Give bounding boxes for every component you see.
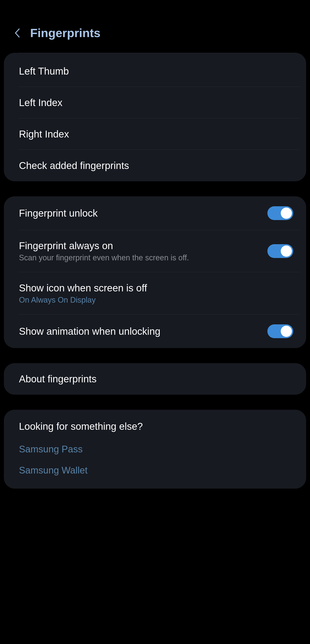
about-fingerprints-item[interactable]: About fingerprints <box>4 363 306 395</box>
fingerprint-item-left-thumb[interactable]: Left Thumb <box>4 53 306 87</box>
settings-card: Fingerprint unlock Fingerprint always on… <box>4 196 306 348</box>
fingerprint-label: Left Thumb <box>19 65 293 77</box>
about-card: About fingerprints <box>4 363 306 395</box>
looking-header: Looking for something else? <box>4 410 306 438</box>
fingerprint-unlock-toggle[interactable] <box>267 206 293 220</box>
about-label: About fingerprints <box>19 373 293 385</box>
check-fingerprints-item[interactable]: Check added fingerprints <box>4 150 306 181</box>
fingerprint-always-on-item[interactable]: Fingerprint always on Scan your fingerpr… <box>4 230 306 272</box>
check-fingerprints-label: Check added fingerprints <box>19 160 293 171</box>
setting-label: Show animation when unlocking <box>19 326 267 337</box>
fingerprint-always-on-toggle[interactable] <box>267 244 293 258</box>
samsung-wallet-link[interactable]: Samsung Wallet <box>4 460 306 488</box>
header: Fingerprints <box>0 0 310 53</box>
show-icon-item[interactable]: Show icon when screen is off On Always O… <box>4 272 306 314</box>
setting-label: Fingerprint unlock <box>19 207 267 219</box>
setting-label: Fingerprint always on <box>19 240 267 252</box>
looking-card: Looking for something else? Samsung Pass… <box>4 410 306 488</box>
fingerprints-card: Left Thumb Left Index Right Index Check … <box>4 53 306 181</box>
show-animation-item[interactable]: Show animation when unlocking <box>4 314 306 348</box>
show-animation-toggle[interactable] <box>267 324 293 338</box>
back-icon[interactable] <box>13 26 21 40</box>
fingerprint-label: Right Index <box>19 128 293 140</box>
page-title: Fingerprints <box>30 26 100 40</box>
fingerprint-unlock-item[interactable]: Fingerprint unlock <box>4 196 306 230</box>
samsung-pass-link[interactable]: Samsung Pass <box>4 438 306 460</box>
fingerprint-item-right-index[interactable]: Right Index <box>4 118 306 150</box>
setting-label: Show icon when screen is off <box>19 282 293 294</box>
fingerprint-label: Left Index <box>19 97 293 108</box>
setting-sublabel: Scan your fingerprint even when the scre… <box>19 253 267 262</box>
setting-sublabel: On Always On Display <box>19 296 293 304</box>
fingerprint-item-left-index[interactable]: Left Index <box>4 87 306 118</box>
